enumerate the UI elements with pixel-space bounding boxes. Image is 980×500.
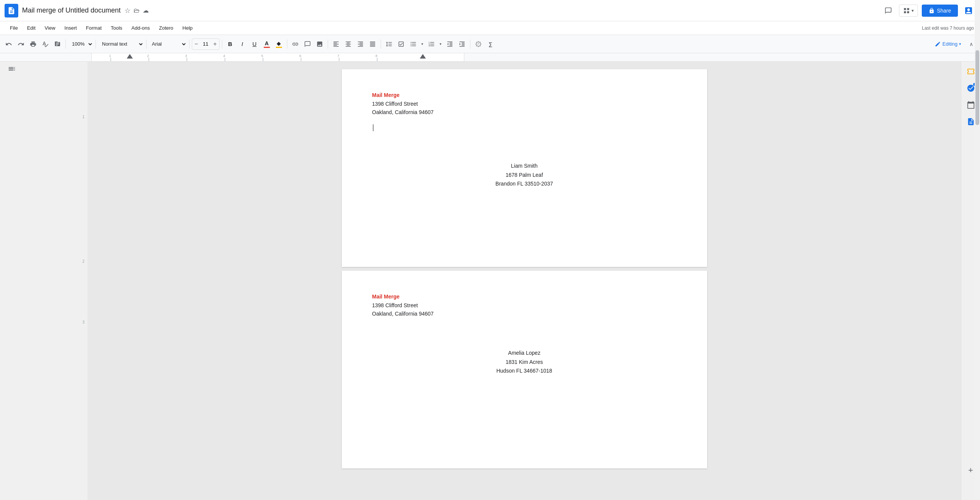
insert-comment-button[interactable]: [302, 38, 313, 50]
link-button[interactable]: [290, 38, 301, 50]
numbered-list-button[interactable]: [426, 38, 437, 50]
text-color-button[interactable]: A: [261, 38, 272, 50]
app-logo: [5, 4, 18, 17]
editing-mode-button[interactable]: Editing ▾: [932, 40, 964, 49]
font-size-input[interactable]: [199, 41, 212, 47]
menu-tools[interactable]: Tools: [107, 24, 126, 32]
checklist-button[interactable]: [395, 38, 407, 50]
page1-recipient-block: Liam Smith 1678 Palm Leaf Brandon FL 335…: [372, 162, 677, 189]
document-area[interactable]: Mail Merge 1398 Clifford Street Oakland,…: [88, 62, 961, 500]
right-sidebar: +: [961, 62, 980, 500]
multiuser-button[interactable]: [962, 4, 975, 17]
bullets-button[interactable]: [408, 38, 419, 50]
text-color-bar: [264, 47, 270, 48]
toolbar-separator-6: [287, 40, 287, 49]
numbered-dropdown[interactable]: ▾: [438, 38, 443, 50]
toolbar-separator-3: [146, 40, 147, 49]
svg-text:3: 3: [185, 54, 187, 58]
clear-format-button[interactable]: [473, 38, 484, 50]
ruler-content: 1 2 3 4 5 6 7 8: [91, 53, 464, 62]
align-left-button[interactable]: [330, 38, 342, 50]
equation-button[interactable]: ∑: [485, 38, 496, 50]
undo-button[interactable]: [3, 38, 14, 50]
menu-zotero[interactable]: Zotero: [155, 24, 177, 32]
insert-image-button[interactable]: [314, 38, 325, 50]
bold-button[interactable]: B: [225, 38, 236, 50]
page2-recipient-address-2: Hudson FL 34667-1018: [372, 367, 677, 376]
highlight-button[interactable]: ◆: [273, 38, 285, 50]
increase-font-button[interactable]: +: [212, 41, 217, 48]
ruler: 1 2 3 4 5 6 7 8: [0, 53, 980, 62]
italic-button[interactable]: I: [237, 38, 248, 50]
menu-addons[interactable]: Add-ons: [127, 24, 153, 32]
svg-rect-2: [904, 11, 906, 13]
underline-button[interactable]: U: [249, 38, 260, 50]
page1-sender-address-2: Oakland, California 94607: [372, 108, 677, 116]
redo-button[interactable]: [15, 38, 27, 50]
indent-increase-button[interactable]: [456, 38, 468, 50]
align-right-button[interactable]: [355, 38, 366, 50]
page2-recipient-address-1: 1831 Kim Acres: [372, 358, 677, 367]
menu-file[interactable]: File: [6, 24, 22, 32]
editing-label: Editing: [942, 41, 958, 47]
page-1: Mail Merge 1398 Clifford Street Oakland,…: [342, 69, 707, 267]
page2-recipient-name: Amelia Lopez: [372, 349, 677, 358]
page2-sender-address-2: Oakland, California 94607: [372, 310, 677, 318]
outline-icon[interactable]: [8, 65, 16, 75]
svg-rect-3: [907, 11, 909, 13]
page1-sender-name: Mail Merge: [372, 92, 677, 98]
page2-sender-address-1: 1398 Clifford Street: [372, 301, 677, 310]
svg-rect-1: [907, 8, 909, 10]
spellcheck-button[interactable]: [40, 38, 51, 50]
share-button[interactable]: Share: [922, 5, 958, 17]
align-justify-button[interactable]: [367, 38, 378, 50]
cloud-icon[interactable]: ☁: [143, 7, 149, 14]
page1-recipient-address-1: 1678 Palm Leaf: [372, 171, 677, 180]
star-icon[interactable]: ☆: [124, 6, 131, 15]
svg-text:8: 8: [375, 54, 377, 58]
page2-sender-name: Mail Merge: [372, 294, 677, 300]
version-dropdown-arrow: ▾: [911, 8, 914, 13]
menu-view[interactable]: View: [41, 24, 59, 32]
page1-sender-address-1: 1398 Clifford Street: [372, 100, 677, 108]
bullets-dropdown[interactable]: ▾: [420, 38, 425, 50]
menu-edit[interactable]: Edit: [23, 24, 39, 32]
paragraph-style-select[interactable]: Normal text Heading 1 Heading 2 Title: [98, 38, 144, 50]
version-history-button[interactable]: ▾: [899, 5, 918, 17]
page-num-3: 3: [82, 320, 84, 324]
page-2: Mail Merge 1398 Clifford Street Oakland,…: [342, 271, 707, 468]
svg-text:6: 6: [299, 54, 301, 58]
folder-icon[interactable]: 🗁: [134, 7, 140, 14]
svg-marker-21: [420, 54, 426, 59]
left-panel: 1 2 3: [0, 62, 88, 500]
menu-format[interactable]: Format: [82, 24, 105, 32]
svg-text:2: 2: [147, 54, 149, 58]
text-cursor: [373, 124, 373, 131]
toolbar-separator-2: [96, 40, 96, 49]
share-label: Share: [937, 8, 951, 14]
main-layout: 1 2 3 Mail Merge 1398 Clifford Street Oa…: [0, 62, 980, 500]
print-button[interactable]: [27, 38, 39, 50]
toolbar-separator-1: [65, 40, 66, 49]
menu-insert[interactable]: Insert: [61, 24, 81, 32]
align-center-button[interactable]: [343, 38, 354, 50]
svg-text:4: 4: [223, 54, 225, 58]
scrollbar-track[interactable]: [975, 0, 980, 500]
svg-text:7: 7: [337, 54, 339, 58]
title-icons: ☆ 🗁 ☁: [124, 6, 149, 15]
indent-decrease-button[interactable]: [444, 38, 456, 50]
zoom-select[interactable]: 100% 75% 125% 150%: [68, 38, 93, 50]
copy-format-button[interactable]: [52, 38, 63, 50]
font-name-select[interactable]: Arial Times New Roman Courier New Georgi…: [149, 38, 187, 50]
menu-help[interactable]: Help: [178, 24, 196, 32]
decrease-font-button[interactable]: −: [194, 41, 199, 48]
last-edit-label: Last edit was 7 hours ago: [922, 25, 974, 31]
toolbar-separator-5: [222, 40, 222, 49]
page1-recipient-address-2: Brandon FL 33510-2037: [372, 179, 677, 189]
toolbar-separator-4: [189, 40, 190, 49]
comment-button[interactable]: [881, 4, 895, 17]
line-spacing-button[interactable]: [383, 38, 395, 50]
font-size-group: − +: [192, 38, 220, 50]
scrollbar-thumb[interactable]: [975, 50, 979, 125]
svg-rect-0: [904, 8, 906, 10]
